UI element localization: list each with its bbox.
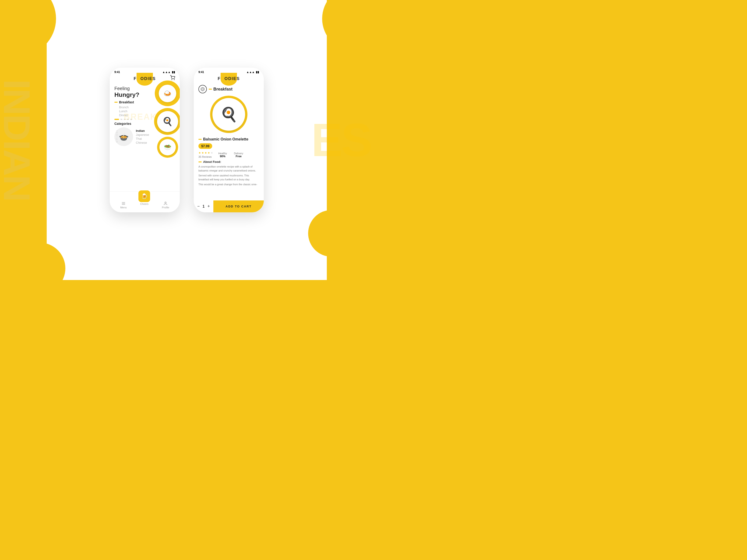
svg-point-0 (172, 79, 172, 80)
review-count: 35 Reviews (199, 155, 212, 158)
healthy-label: Healthy (218, 152, 227, 155)
break-watermark: BREAK (124, 112, 157, 122)
yellow-bar-1 (114, 102, 118, 103)
svg-point-7 (202, 88, 204, 90)
stars: ★ ★ ★ ★ ★ (199, 151, 213, 155)
quantity-control: − 1 + (194, 201, 213, 212)
delivery-label: Delivery (234, 152, 243, 155)
logo-2: FOODIES (217, 75, 240, 81)
phone2-header: FOODIES (194, 75, 264, 83)
breakfast-text: Breakfast (213, 87, 232, 92)
nav-menu[interactable]: Menu (120, 202, 127, 209)
yellow-bar-3 (199, 139, 202, 140)
nav-cheers[interactable]: 🍺 Cheers (138, 190, 150, 205)
time-1: 9:41 (114, 71, 120, 74)
about-title-text: About Food: (203, 160, 221, 164)
add-to-cart-button[interactable]: ADD TO CART (213, 201, 264, 212)
curry-image: 🍛 (159, 85, 176, 102)
bottom-nav-1: Menu 🍺 Cheers Profile (110, 191, 180, 212)
salad-image: 🥗 (159, 139, 176, 155)
status-icons-1: ▲▲▲ ▮▮ (162, 71, 175, 74)
cuisine-circle-wrapper: 🍲 INDIAN (114, 127, 133, 146)
rating-stars-wrapper: ★ ★ ★ ★ ★ 35 Reviews (199, 151, 213, 159)
breakfast-title: Breakfast (209, 87, 232, 92)
nav-profile[interactable]: Profile (162, 202, 169, 209)
main-container: 9:41 ▲▲▲ ▮▮ FOODIES (0, 0, 374, 280)
egg-image: 🍳 (157, 111, 178, 132)
breakfast-label: Breakfast (199, 85, 259, 93)
battery-icon-1: ▮▮ (172, 71, 175, 74)
logo-highlight-1: O (136, 76, 140, 81)
svg-point-6 (201, 87, 205, 91)
time-2: 9:41 (199, 71, 204, 74)
product-info: Balsamic Onion Omelette $7.99 ★ ★ ★ ★ ★ … (194, 135, 264, 159)
dot-2[interactable] (121, 119, 122, 120)
svg-point-1 (174, 79, 174, 80)
cheers-button[interactable]: 🍺 (138, 190, 150, 202)
food-circle-3: 🥗 (157, 137, 178, 158)
product-name: Balsamic Onion Omelette (203, 137, 248, 141)
logo-1: FOODIES (133, 75, 156, 81)
breakfast-icon (199, 85, 207, 93)
star-2: ★ (202, 151, 204, 155)
healthy-value: 90% (218, 155, 227, 158)
signal-icon-1: ▲▲▲ (162, 71, 171, 74)
star-1: ★ (199, 151, 201, 155)
minus-button[interactable]: − (197, 204, 200, 209)
star-5: ★ (211, 151, 213, 155)
about-para-1: A cosmopolitan omelette recipe with a sp… (199, 165, 259, 172)
dot-active[interactable] (114, 119, 119, 120)
meta-healthy: Healthy 90% (218, 152, 227, 158)
status-icons-2: ▲▲▲ ▮▮ (246, 71, 259, 74)
signal-icon-2: ▲▲▲ (246, 71, 255, 74)
about-title: About Food: (199, 160, 259, 164)
logo-container-1: FOODIES (133, 75, 156, 81)
yellow-bar-4 (199, 161, 202, 162)
nav-profile-label: Profile (162, 206, 169, 209)
ratings-row: ★ ★ ★ ★ ★ 35 Reviews Healthy 90% Deliver… (199, 151, 259, 159)
active-category[interactable]: Breakfast (119, 100, 134, 104)
star-4: ★ (208, 151, 210, 155)
logo-container-2: FOODIES (217, 75, 240, 81)
logo-highlight-2: O (221, 76, 224, 81)
delivery-value: Free (234, 155, 243, 158)
meta-delivery: Delivery Free (234, 152, 243, 158)
food-hero-circle: 🍳 (210, 96, 248, 133)
indian-vertical-text: INDIAN (115, 130, 118, 143)
food-circle-1: 🍛 (155, 80, 180, 106)
phone-2: 9:41 ▲▲▲ ▮▮ FOODIES (194, 68, 264, 212)
battery-icon-2: ▮▮ (256, 71, 259, 74)
hero-food-image: 🍳 (212, 98, 245, 131)
nav-menu-label: Menu (120, 206, 127, 209)
cuisine-indian[interactable]: Indian (136, 129, 145, 133)
meta-items: Healthy 90% Delivery Free (218, 152, 243, 158)
phone-1: 9:41 ▲▲▲ ▮▮ FOODIES (110, 68, 180, 212)
cart-bar: − 1 + ADD TO CART (194, 201, 264, 212)
about-para-2: Served with some sautéed mushrooms. This… (199, 174, 259, 181)
yellow-bar-2 (209, 89, 212, 89)
food-circle-2: 🍳 (154, 108, 180, 135)
food-hero-area: 🍳 (194, 93, 264, 135)
about-para-3: This would be a great change from the cl… (199, 183, 259, 186)
about-section: About Food: A cosmopolitan omelette reci… (194, 160, 264, 186)
price-tag: $7.99 (199, 143, 212, 149)
star-3: ★ (205, 151, 207, 155)
nav-cheers-label: Cheers (140, 203, 148, 205)
quantity-display: 1 (203, 205, 205, 209)
product-name-row: Balsamic Onion Omelette (199, 137, 259, 141)
plus-button[interactable]: + (207, 204, 210, 209)
svg-point-5 (165, 202, 166, 203)
